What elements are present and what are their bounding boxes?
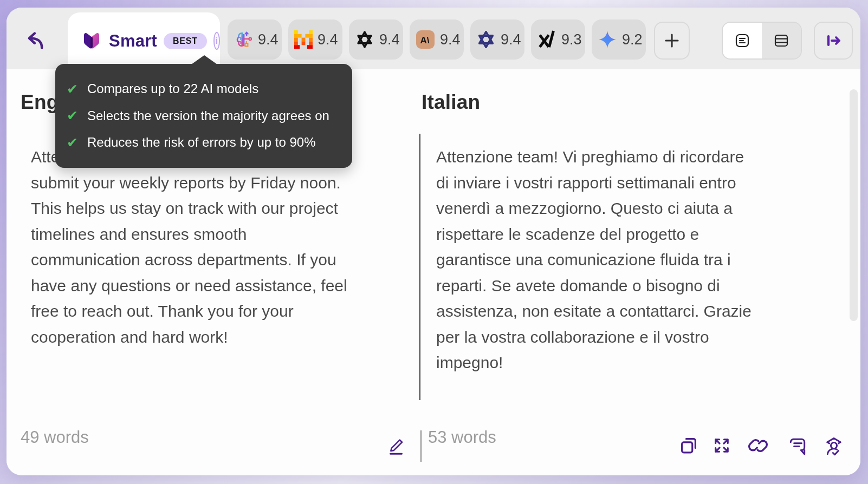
tab-model-ai-brain[interactable]: 9.4 — [228, 19, 282, 60]
tooltip-row: ✔ Reduces the risk of errors by up to 90… — [67, 135, 352, 149]
column-divider — [419, 134, 420, 400]
gemini-icon — [598, 30, 617, 49]
source-text[interactable]: Attention team! Please remember to submi… — [31, 144, 347, 350]
export-button[interactable] — [814, 22, 853, 60]
model-score: 9.4 — [318, 31, 338, 48]
smart-info-tooltip: ✔ Compares up to 22 AI models ✔ Selects … — [55, 64, 352, 168]
tab-model-openai[interactable]: 9.4 — [349, 19, 403, 60]
back-arrow-icon — [21, 30, 46, 50]
mistral-icon — [294, 30, 313, 49]
model-score: 9.2 — [622, 31, 643, 48]
tooltip-row: ✔ Selects the version the majority agree… — [67, 109, 352, 123]
tab-model-gemini[interactable]: 9.2 — [592, 19, 646, 60]
openai-icon — [355, 30, 374, 49]
model-score: 9.4 — [258, 31, 278, 48]
comment-button[interactable] — [787, 435, 808, 456]
best-badge: BEST — [164, 33, 207, 49]
tooltip-text: Selects the version the majority agrees … — [87, 109, 329, 123]
target-word-count: 53 words — [428, 428, 496, 447]
view-card-button[interactable] — [723, 23, 762, 58]
check-icon: ✔ — [67, 136, 78, 149]
tab-model-anthropic[interactable]: A\ 9.4 — [410, 19, 464, 60]
add-model-button[interactable] — [654, 22, 690, 60]
tooltip-text: Compares up to 22 AI models — [87, 82, 258, 96]
copy-icon — [679, 436, 698, 455]
check-icon: ✔ — [67, 109, 78, 122]
footer-divider — [420, 430, 422, 462]
export-arrow-icon — [824, 31, 843, 50]
source-word-count: 49 words — [21, 428, 89, 447]
check-icon: ✔ — [67, 82, 78, 96]
comment-icon — [788, 436, 807, 455]
app-window: Smart BEST i — [7, 8, 860, 475]
tab-model-xai[interactable]: 9.3 — [531, 19, 585, 60]
view-rows-button[interactable] — [762, 23, 801, 58]
model-score: 9.3 — [561, 31, 582, 48]
tooltip-row: ✔ Compares up to 22 AI models — [67, 82, 352, 96]
link-icon — [748, 435, 768, 456]
back-button[interactable] — [18, 27, 49, 53]
smart-logo-icon — [81, 31, 102, 51]
info-icon[interactable]: i — [213, 32, 220, 50]
brain-circuit-icon — [234, 30, 253, 49]
expand-button[interactable] — [711, 435, 732, 456]
target-text[interactable]: Attenzione team! Vi preghiamo di ricorda… — [436, 144, 752, 376]
view-toggle — [722, 22, 802, 60]
smart-tab-label: Smart — [109, 31, 157, 51]
anthropic-icon: A\ — [416, 30, 435, 49]
qwen-icon — [476, 30, 496, 49]
scholar-check-icon — [824, 435, 844, 456]
plus-icon — [664, 32, 680, 49]
model-score: 9.4 — [379, 31, 400, 48]
model-score: 9.4 — [440, 31, 461, 48]
link-button[interactable] — [748, 435, 768, 456]
tab-model-mistral[interactable]: 9.4 — [288, 19, 342, 60]
svg-text:A\: A\ — [420, 35, 430, 45]
toolbar: Smart BEST i — [7, 8, 860, 69]
card-view-icon — [734, 32, 751, 49]
scrollbar-thumb[interactable] — [850, 89, 858, 321]
expert-review-button[interactable] — [824, 435, 844, 456]
copy-button[interactable] — [678, 435, 699, 456]
model-score: 9.4 — [501, 31, 521, 48]
tooltip-text: Reduces the risk of errors by up to 90% — [87, 135, 316, 149]
target-panel-title: Italian — [422, 91, 480, 114]
edit-source-button[interactable] — [384, 432, 408, 458]
expand-icon — [712, 436, 731, 455]
tab-model-qwen[interactable]: 9.4 — [470, 19, 524, 60]
pencil-icon — [386, 434, 406, 456]
rows-view-icon — [773, 32, 790, 49]
xai-icon — [537, 30, 556, 49]
